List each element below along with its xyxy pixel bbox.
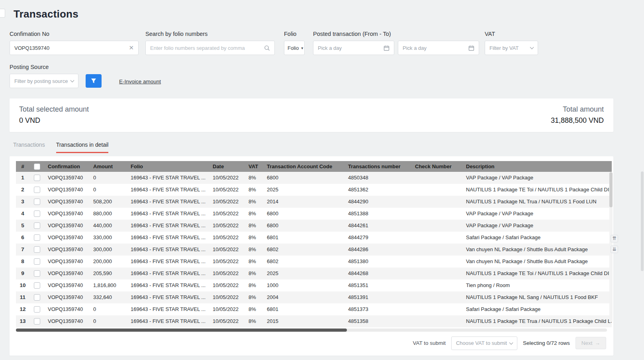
- cell-vat: 8%: [245, 220, 264, 232]
- cell-account_code: 6801: [264, 303, 345, 315]
- row-checkbox[interactable]: [34, 258, 40, 265]
- posting-source-filter: Posting Source Filter by posting source: [10, 64, 78, 88]
- cell-folio: 169643 - FIVE STAR TRAVEL ...: [127, 279, 209, 291]
- date-to-picker[interactable]: Pick a day: [398, 41, 479, 55]
- calendar-icon: [468, 45, 474, 51]
- cell-description: VAP Package / VAP Package: [463, 172, 612, 184]
- cell-check_number: [412, 303, 463, 315]
- posting-source-select[interactable]: Filter by posting source: [10, 74, 78, 88]
- row-checkbox[interactable]: [34, 282, 40, 289]
- column-header: Confirmation: [45, 161, 90, 172]
- total-amount-value: 31,888,500 VND: [551, 116, 604, 125]
- select-all-checkbox[interactable]: [34, 163, 40, 170]
- confirmation-no-input[interactable]: [14, 45, 125, 51]
- cell-check_number: [412, 256, 463, 268]
- cell-amount: 0: [90, 172, 127, 184]
- cell-folio: 169643 - FIVE STAR TRAVEL ...: [127, 208, 209, 220]
- arrow-right-icon: →: [595, 340, 601, 346]
- row-checkbox[interactable]: [34, 210, 40, 217]
- filters-row-1: Confimation No ✕ Search by folio numbers…: [10, 31, 613, 55]
- cell-confirmation: VOPQ1359740: [45, 232, 90, 244]
- row-checkbox[interactable]: [34, 246, 40, 253]
- sidebar-collapse-handle[interactable]: [0, 9, 5, 18]
- scroll-to-bottom-button[interactable]: ⇊: [611, 246, 618, 253]
- cell-date: 10/05/2022: [209, 184, 245, 196]
- next-button[interactable]: Next →: [575, 337, 606, 349]
- row-checkbox[interactable]: [34, 175, 40, 181]
- column-header: Date: [209, 161, 245, 172]
- cell-num: 11: [16, 291, 29, 303]
- cell-num: 9: [16, 268, 29, 279]
- cell-num: 10: [16, 279, 29, 291]
- row-checkbox[interactable]: [34, 306, 40, 313]
- column-header: #: [16, 161, 29, 172]
- cell-folio: 169643 - FIVE STAR TRAVEL ...: [127, 303, 209, 315]
- tab-transactions-in-detail[interactable]: Transactions in detail: [56, 142, 109, 153]
- table-row: 4VOPQ1359740880,000169643 - FIVE STAR TR…: [16, 208, 612, 220]
- cell-amount: 0: [90, 315, 127, 327]
- cell-date: 10/05/2022: [209, 232, 245, 244]
- page-title: Transactions: [14, 8, 613, 20]
- folio-search-input[interactable]: [150, 45, 264, 51]
- column-header: Amount: [90, 161, 127, 172]
- cell-vat: 8%: [245, 303, 264, 315]
- cell-num: 6: [16, 232, 29, 244]
- row-checkbox[interactable]: [34, 222, 40, 229]
- vat-select[interactable]: Filter by VAT: [485, 41, 538, 55]
- cell-description: NAUTILUS 1 Package TE Toi / NAUTILUS 1 P…: [463, 268, 612, 279]
- date-from-picker[interactable]: Pick a day: [313, 41, 394, 55]
- cell-account_code: 6802: [264, 256, 345, 268]
- cell-description: NAUTILUS 1 Package TE Trua / NAUTILUS 1 …: [463, 315, 612, 327]
- cell-txn_number: 4844279: [345, 232, 412, 244]
- page-scrollbar-thumb[interactable]: [641, 171, 644, 271]
- column-header: VAT: [245, 161, 264, 172]
- table-row: 3VOPQ1359740508,200169643 - FIVE STAR TR…: [16, 196, 612, 208]
- row-checkbox[interactable]: [34, 199, 40, 205]
- select-all-header-cell: [29, 161, 45, 172]
- cell-amount: 0: [90, 303, 127, 315]
- cell-amount: 300,000: [90, 244, 127, 256]
- clear-icon[interactable]: ✕: [129, 44, 134, 51]
- row-checkbox[interactable]: [34, 270, 40, 277]
- row-checkbox[interactable]: [34, 318, 40, 325]
- cell-check_number: [412, 184, 463, 196]
- cell-account_code: 6800: [264, 220, 345, 232]
- cell-num: 5: [16, 220, 29, 232]
- posted-transaction-filter: Posted transaction (From - To) Pick a da…: [313, 31, 479, 55]
- cell-folio: 169643 - FIVE STAR TRAVEL ...: [127, 232, 209, 244]
- einvoice-amount-link[interactable]: E-Invoice amount: [119, 79, 161, 85]
- next-button-label: Next: [581, 340, 593, 346]
- cell-num: 8: [16, 256, 29, 268]
- vertical-scrollbar-thumb[interactable]: [609, 172, 613, 207]
- cell-vat: 8%: [245, 268, 264, 279]
- row-checkbox[interactable]: [34, 294, 40, 301]
- column-header: Folio: [127, 161, 209, 172]
- row-checkbox-cell: [29, 184, 45, 196]
- table-row: 5VOPQ1359740440,000169643 - FIVE STAR TR…: [16, 220, 612, 232]
- row-checkbox-cell: [29, 196, 45, 208]
- funnel-icon: [91, 78, 96, 84]
- cell-description: NAUTILUS 1 Package TE Toi / NAUTILUS 1 P…: [463, 184, 612, 196]
- vat-to-submit-select[interactable]: Choose VAT to submit: [451, 336, 517, 350]
- row-checkbox[interactable]: [34, 187, 40, 193]
- cell-vat: 8%: [245, 244, 264, 256]
- caret-down-icon: ▾: [301, 46, 303, 50]
- calendar-icon: [384, 45, 390, 51]
- folio-select[interactable]: Folio ▾: [284, 41, 305, 55]
- horizontal-scrollbar-thumb[interactable]: [16, 329, 347, 332]
- cell-description: Van chuyen NL Package / Shuttle Bus Adul…: [463, 256, 612, 268]
- scroll-to-top-button[interactable]: ⇈: [611, 235, 618, 242]
- tab-transactions[interactable]: Transactions: [13, 142, 45, 153]
- cell-folio: 169643 - FIVE STAR TRAVEL ...: [127, 256, 209, 268]
- cell-account_code: 2015: [264, 315, 345, 327]
- row-checkbox-cell: [29, 315, 45, 327]
- apply-filter-button[interactable]: [86, 74, 102, 88]
- cell-txn_number: 4844290: [345, 196, 412, 208]
- page-scrollbar[interactable]: [640, 0, 644, 360]
- row-checkbox[interactable]: [34, 234, 40, 241]
- filters-row-2: Posting Source Filter by posting source …: [10, 64, 613, 88]
- cell-amount: 440,000: [90, 220, 127, 232]
- horizontal-scrollbar[interactable]: [16, 329, 607, 332]
- cell-vat: 8%: [245, 279, 264, 291]
- chevron-down-icon: [70, 79, 74, 83]
